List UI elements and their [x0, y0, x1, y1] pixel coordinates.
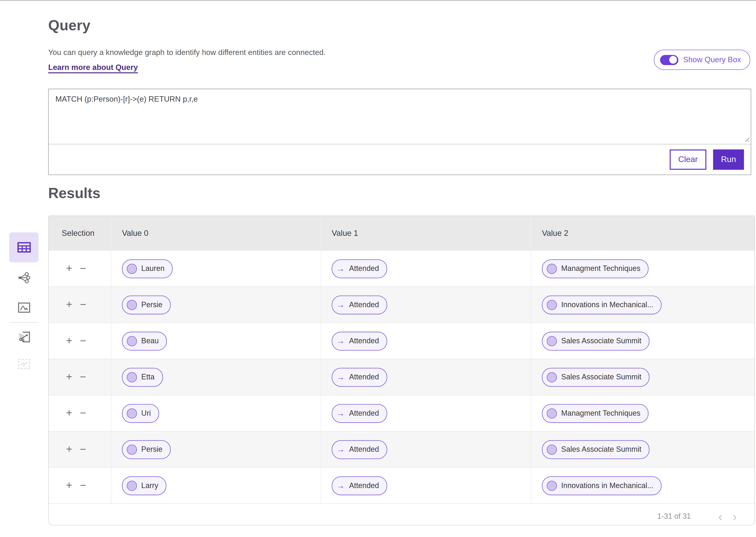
- disabled-view-icon: [18, 359, 30, 369]
- chip-label: Attended: [349, 373, 379, 382]
- relationship-chip[interactable]: →Attended: [332, 440, 387, 459]
- entity-chip[interactable]: Beau: [122, 331, 167, 350]
- relationship-chip[interactable]: →Attended: [332, 368, 387, 387]
- entity-chip[interactable]: Managment Techniques: [542, 404, 649, 423]
- network-icon: [18, 272, 30, 283]
- entity-chip[interactable]: Persie: [122, 440, 171, 459]
- node-icon: [547, 480, 557, 490]
- subgraph-view-button[interactable]: [9, 330, 39, 344]
- chip-label: Managment Techniques: [561, 264, 641, 273]
- value1-cell: →Attended: [321, 287, 531, 322]
- chip-label: Sales Associate Summit: [561, 373, 642, 382]
- selection-cell: + −: [49, 432, 111, 467]
- value0-cell: Persie: [111, 432, 321, 467]
- chip-label: Innovations in Mechanical...: [561, 481, 654, 490]
- entity-chip[interactable]: Uri: [122, 404, 159, 423]
- add-to-selection-button[interactable]: +: [66, 372, 72, 382]
- relationship-chip[interactable]: →Attended: [332, 476, 387, 495]
- relationship-chip[interactable]: →Attended: [332, 259, 387, 278]
- remove-from-selection-button[interactable]: −: [80, 480, 86, 491]
- arrow-right-icon: →: [337, 409, 345, 417]
- entity-chip[interactable]: Etta: [122, 368, 163, 387]
- chip-label: Innovations in Mechanical...: [561, 300, 654, 309]
- selection-cell: + −: [49, 468, 111, 503]
- show-query-box-toggle[interactable]: Show Query Box: [654, 50, 750, 70]
- entity-chip[interactable]: Lauren: [122, 259, 173, 278]
- relationship-chip[interactable]: →Attended: [332, 331, 387, 350]
- network-view-button[interactable]: [9, 271, 39, 284]
- entity-chip[interactable]: Managment Techniques: [542, 259, 649, 278]
- table-row: + − Lauren →Attended Managment Technique…: [49, 250, 755, 286]
- table-view-button[interactable]: [9, 232, 39, 262]
- node-icon: [127, 372, 137, 382]
- value0-cell: Larry: [111, 468, 321, 503]
- page-title: Query: [48, 18, 91, 34]
- add-to-selection-button[interactable]: +: [66, 336, 72, 346]
- add-to-selection-button[interactable]: +: [66, 408, 72, 419]
- chip-label: Persie: [141, 300, 162, 309]
- node-icon: [547, 336, 557, 346]
- entity-chip[interactable]: Sales Associate Summit: [542, 368, 650, 387]
- entity-chip[interactable]: Innovations in Mechanical...: [542, 295, 662, 314]
- query-page: Query You can query a knowledge graph to…: [0, 0, 756, 537]
- run-button[interactable]: Run: [713, 149, 744, 170]
- toggle-switch-icon[interactable]: [660, 55, 678, 65]
- table-row: + − Uri →Attended Managment Techniques: [49, 395, 755, 431]
- rail-divider: [9, 322, 39, 322]
- chip-label: Persie: [141, 445, 162, 454]
- add-to-selection-button[interactable]: +: [66, 480, 72, 491]
- entity-chip[interactable]: Persie: [122, 295, 171, 314]
- node-icon: [547, 264, 557, 273]
- remove-from-selection-button[interactable]: −: [80, 336, 86, 346]
- remove-from-selection-button[interactable]: −: [80, 444, 86, 455]
- column-header-value1: Value 1: [321, 216, 531, 250]
- value1-cell: →Attended: [321, 432, 531, 467]
- value2-cell: Sales Associate Summit: [531, 359, 755, 395]
- pagination-next-button[interactable]: ›: [728, 510, 742, 522]
- table-icon: [17, 242, 31, 253]
- value2-cell: Sales Associate Summit: [531, 323, 755, 359]
- relationship-chip[interactable]: →Attended: [332, 295, 387, 314]
- remove-from-selection-button[interactable]: −: [80, 263, 86, 274]
- value1-cell: →Attended: [321, 251, 531, 286]
- arrow-right-icon: →: [337, 445, 345, 454]
- chart-view-button[interactable]: [9, 301, 39, 314]
- chip-label: Attended: [349, 481, 379, 490]
- value0-cell: Uri: [111, 395, 321, 431]
- add-to-selection-button[interactable]: +: [66, 263, 72, 274]
- learn-more-link[interactable]: Learn more about Query: [48, 63, 138, 73]
- chip-label: Larry: [141, 481, 158, 490]
- node-icon: [547, 372, 557, 382]
- selection-cell: + −: [49, 359, 111, 395]
- entity-chip[interactable]: Sales Associate Summit: [542, 440, 650, 459]
- query-input[interactable]: MATCH (p:Person)-[r]->(e) RETURN p,r,e: [49, 89, 751, 144]
- add-to-selection-button[interactable]: +: [66, 300, 72, 310]
- add-to-selection-button[interactable]: +: [66, 444, 72, 455]
- value1-cell: →Attended: [321, 395, 531, 431]
- clear-button[interactable]: Clear: [670, 149, 706, 170]
- arrow-right-icon: →: [337, 337, 345, 345]
- entity-chip[interactable]: Larry: [122, 476, 167, 495]
- top-divider: [0, 0, 756, 1]
- relationship-chip[interactable]: →Attended: [332, 404, 387, 423]
- chip-label: Attended: [349, 337, 379, 345]
- entity-chip[interactable]: Innovations in Mechanical...: [542, 476, 662, 495]
- remove-from-selection-button[interactable]: −: [80, 408, 86, 419]
- chip-label: Attended: [349, 445, 379, 454]
- table-row: + − Larry →Attended Innovations in Mecha…: [49, 467, 755, 503]
- chip-label: Beau: [141, 337, 159, 345]
- value0-cell: Beau: [111, 323, 321, 359]
- value2-cell: Managment Techniques: [531, 395, 755, 431]
- results-title: Results: [48, 185, 100, 202]
- pagination-prev-button[interactable]: ‹: [713, 510, 728, 522]
- chip-label: Sales Associate Summit: [561, 445, 642, 454]
- remove-from-selection-button[interactable]: −: [80, 372, 86, 382]
- remove-from-selection-button[interactable]: −: [80, 300, 86, 310]
- column-header-value2: Value 2: [531, 216, 755, 250]
- subgraph-icon: [18, 331, 30, 343]
- selection-cell: + −: [49, 395, 111, 431]
- node-icon: [127, 336, 137, 346]
- node-icon: [127, 480, 137, 490]
- value0-cell: Etta: [111, 359, 321, 395]
- entity-chip[interactable]: Sales Associate Summit: [542, 331, 650, 350]
